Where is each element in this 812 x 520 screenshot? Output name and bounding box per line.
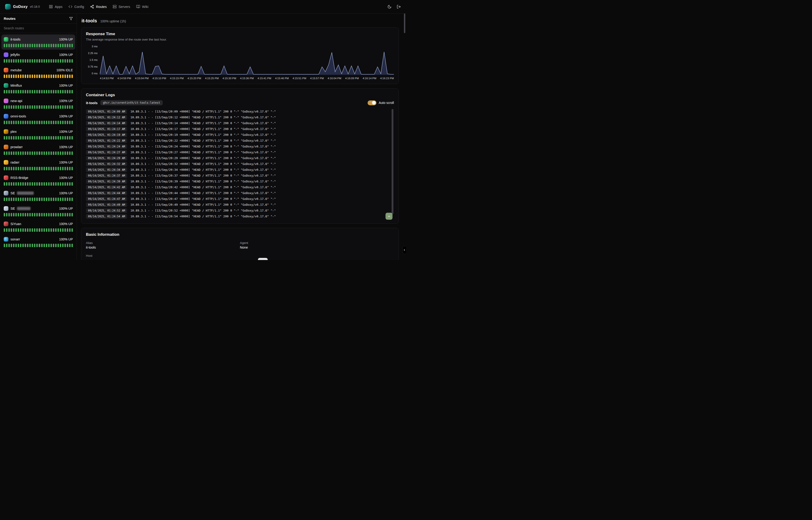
route-item-rss-bridge[interactable]: RSS-Bridge100% UP — [1, 173, 75, 188]
grid-icon — [49, 5, 53, 9]
route-status: 100% UP — [59, 237, 73, 241]
log-timestamp: 09/14/2025, 01:24:09 AM — [86, 109, 127, 114]
redacted-name-blur — [17, 207, 30, 210]
scroll-top-button[interactable] — [386, 213, 392, 220]
uptime-bars — [4, 75, 73, 78]
collapse-panel-tab[interactable] — [402, 246, 406, 254]
y-tick-label: 3 ms — [92, 45, 97, 48]
log-message: 10.89.3.1 - - [13/Sep/20:17 +0000] "HEAD… — [130, 127, 276, 131]
route-item-radarr[interactable]: radarr100% UP — [1, 157, 75, 173]
y-tick-label: 2.25 ms — [88, 52, 97, 54]
route-item-se[interactable]: SE100% UP — [1, 188, 75, 203]
basic-info-title: Basic Information — [86, 232, 394, 237]
nav-item-servers[interactable]: Servers — [110, 0, 133, 13]
route-status: 100% UP — [59, 130, 73, 133]
route-status: 100% UP — [59, 160, 73, 164]
route-item-new-api[interactable]: new-api100% UP — [1, 96, 75, 111]
page-title: it-tools — [82, 18, 97, 24]
log-message: 10.89.3.1 - - [13/Sep/20:19 +0000] "HEAD… — [130, 133, 276, 136]
logout-icon[interactable] — [397, 5, 401, 9]
route-item-siyuan[interactable]: SiYuan100% UP — [1, 219, 75, 234]
search-routes-input[interactable] — [0, 24, 77, 33]
logs-scrollbar[interactable] — [392, 109, 393, 214]
route-item-sonarr[interactable]: sonarr100% UP — [1, 234, 75, 250]
code-icon — [68, 5, 73, 9]
info-field-host: Host — [86, 254, 240, 257]
route-item-plex[interactable]: plex100% UP — [1, 127, 75, 142]
agent-label: Agent — [240, 241, 394, 244]
nav-item-routes[interactable]: Routes — [87, 0, 110, 13]
alias-value: it-tools — [86, 245, 240, 249]
log-row: 09/14/2025, 01:24:39 AM10.89.3.1 - - [13… — [86, 179, 389, 184]
log-message: 10.89.3.1 - - [13/Sep/20:29 +0000] "HEAD… — [130, 156, 276, 160]
x-tick-label: 4:16:14 PM — [363, 77, 376, 80]
auto-scroll-toggle[interactable] — [368, 100, 376, 105]
route-status: 100% UP — [59, 191, 73, 195]
chevron-left-icon — [403, 249, 406, 251]
log-timestamp: 09/14/2025, 01:24:37 AM — [86, 173, 127, 178]
log-message: 10.89.3.1 - - [13/Sep/20:12 +0000] "HEAD… — [130, 115, 276, 119]
brand-version: v0.18.0 — [30, 5, 40, 8]
se-app-icon — [4, 206, 8, 211]
log-timestamp: 09/14/2025, 01:24:19 AM — [86, 133, 127, 137]
log-timestamp: 09/14/2025, 01:24:49 AM — [86, 203, 127, 207]
chart-y-axis: 3 ms2.25 ms1.5 ms0.75 ms0 ms — [86, 45, 97, 75]
uptime-bars — [4, 182, 73, 186]
page-scrollbar[interactable] — [404, 14, 405, 33]
nav-label: Servers — [118, 5, 130, 9]
x-tick-label: 4:15:30 PM — [223, 77, 236, 80]
route-status: 100% IDLE — [56, 68, 73, 72]
log-message: 10.89.3.1 - - [13/Sep/20:14 +0000] "HEAD… — [130, 121, 276, 125]
omni-tools-app-icon — [4, 114, 8, 119]
log-message: 10.89.3.1 - - [13/Sep/20:09 +0000] "HEAD… — [130, 110, 276, 113]
log-row: 09/14/2025, 01:24:34 AM10.89.3.1 - - [13… — [86, 167, 389, 173]
route-item-miniflux[interactable]: Miniflux100% UP — [1, 81, 75, 96]
route-item-omni-tools[interactable]: omni-tools100% UP — [1, 111, 75, 127]
log-row: 09/14/2025, 01:24:47 AM10.89.3.1 - - [13… — [86, 196, 389, 202]
info-field-agent: Agent None — [240, 241, 394, 249]
routes-sidebar: Routes it-tools100% UPjellyfin100% UPmet… — [0, 14, 77, 260]
nav-item-wiki[interactable]: Wiki — [133, 0, 151, 13]
x-tick-label: 4:15:57 PM — [310, 77, 324, 80]
route-name: new-api — [10, 99, 22, 103]
chevron-up-icon — [387, 214, 391, 218]
theme-toggle-moon-icon[interactable] — [387, 5, 392, 9]
alias-label: Alias — [86, 241, 240, 244]
log-row: 09/14/2025, 01:24:32 AM10.89.3.1 - - [13… — [86, 161, 389, 167]
x-tick-label: 4:15:10 PM — [152, 77, 166, 80]
basic-info-card: Basic Information Alias it-tools Agent N… — [81, 228, 399, 260]
x-tick-label: 4:15:04 PM — [135, 77, 149, 80]
log-message: 10.89.3.1 - - [13/Sep/20:32 +0000] "HEAD… — [130, 162, 276, 166]
nav-item-apps[interactable]: Apps — [46, 0, 65, 13]
y-tick-label: 0 ms — [92, 72, 97, 75]
log-row: 09/14/2025, 01:24:42 AM10.89.3.1 - - [13… — [86, 184, 389, 190]
filter-funnel-icon[interactable] — [69, 17, 73, 21]
nav-label: Wiki — [142, 5, 148, 9]
route-item-metube[interactable]: metube100% IDLE — [1, 65, 75, 80]
log-timestamp: 09/14/2025, 01:24:17 AM — [86, 127, 127, 131]
route-icon — [90, 5, 94, 9]
uptime-summary: 100% uptime (1h) — [100, 19, 126, 23]
route-item-se[interactable]: SE100% UP — [1, 204, 75, 219]
log-row: 09/14/2025, 01:24:52 AM10.89.3.1 - - [13… — [86, 208, 389, 213]
navbar: GoDoxy v0.18.0 Apps Config Routes Server… — [0, 0, 406, 14]
log-row: 09/14/2025, 01:24:22 AM10.89.3.1 - - [13… — [86, 138, 389, 144]
log-message: 10.89.3.1 - - [13/Sep/20:47 +0000] "HEAD… — [130, 197, 276, 201]
log-message: 10.89.3.1 - - [13/Sep/20:44 +0000] "HEAD… — [130, 191, 276, 195]
bottom-cutoff-pill[interactable] — [258, 258, 268, 260]
info-field-alias: Alias it-tools — [86, 241, 240, 249]
log-message: 10.89.3.1 - - [13/Sep/20:42 +0000] "HEAD… — [130, 185, 276, 189]
route-item-it-tools[interactable]: it-tools100% UP — [1, 34, 75, 50]
x-tick-label: 4:15:20 PM — [188, 77, 201, 80]
route-name: plex — [10, 130, 17, 133]
brand[interactable]: GoDoxy v0.18.0 — [5, 4, 40, 9]
nav-item-config[interactable]: Config — [65, 0, 87, 13]
log-row: 09/14/2025, 01:24:24 AM10.89.3.1 - - [13… — [86, 144, 389, 149]
route-item-jellyfin[interactable]: jellyfin100% UP — [1, 50, 75, 65]
route-item-prowlarr[interactable]: prowlarr100% UP — [1, 142, 75, 157]
route-name: it-tools — [10, 37, 21, 41]
response-time-subtitle: The average response time of the route o… — [86, 38, 394, 41]
redacted-name-blur — [17, 191, 34, 195]
x-tick-label: 4:15:25 PM — [205, 77, 219, 80]
route-status: 100% UP — [59, 84, 73, 87]
